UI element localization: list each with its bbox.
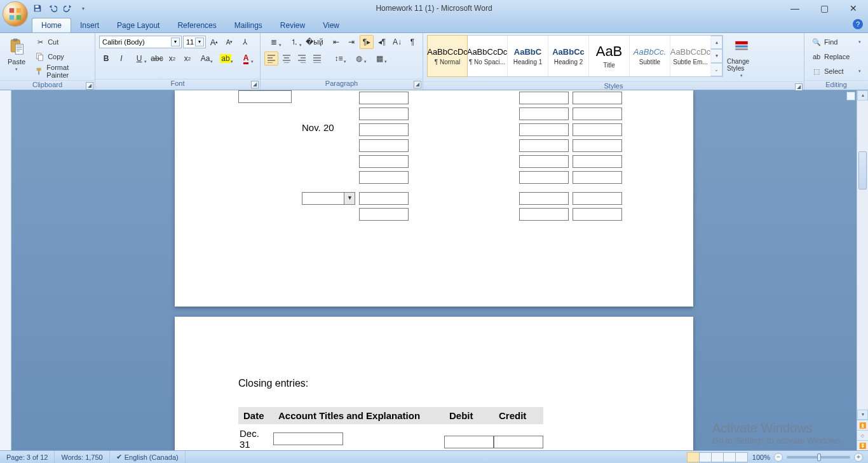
zoom-in-button[interactable]: +: [854, 453, 863, 462]
replace-button[interactable]: abReplace: [808, 50, 864, 64]
table-cell[interactable]: [573, 107, 622, 120]
zoom-slider[interactable]: [787, 456, 850, 459]
table-cell[interactable]: [519, 107, 569, 120]
change-styles-button[interactable]: Change Styles▾: [726, 35, 757, 79]
shading-button[interactable]: ◍: [349, 52, 369, 66]
tab-insert[interactable]: Insert: [71, 18, 108, 32]
style-heading1[interactable]: AaBbCHeading 1: [508, 36, 548, 76]
table-cell[interactable]: [359, 171, 409, 184]
sort-button[interactable]: A↓: [390, 35, 404, 49]
zoom-knob[interactable]: [817, 453, 821, 461]
table-cell[interactable]: [573, 192, 622, 205]
table-cell[interactable]: [359, 208, 409, 221]
redo-icon[interactable]: [64, 4, 72, 13]
align-left-button[interactable]: [264, 52, 278, 66]
select-button[interactable]: ⬚Select▾: [808, 64, 864, 78]
italic-button[interactable]: I: [114, 52, 128, 66]
table-cell[interactable]: [359, 192, 409, 205]
close-button[interactable]: ✕: [839, 0, 868, 17]
table-cell[interactable]: [573, 155, 622, 168]
table-cell[interactable]: [573, 208, 622, 221]
find-button[interactable]: 🔍Find▾: [808, 35, 864, 49]
decrease-indent-button[interactable]: ⇤: [329, 35, 343, 49]
tab-home[interactable]: Home: [32, 18, 71, 32]
scroll-track[interactable]: [857, 100, 868, 410]
browse-object-button[interactable]: ○: [857, 430, 868, 440]
table-cell[interactable]: [359, 155, 409, 168]
font-name-combo[interactable]: Calibri (Body)▾: [99, 36, 182, 48]
table-cell[interactable]: [519, 208, 569, 221]
prev-page-button[interactable]: ⏫: [857, 420, 868, 430]
print-layout-view[interactable]: [687, 452, 700, 462]
document-page-3[interactable]: Nov. 20: [175, 90, 693, 307]
help-icon[interactable]: ?: [853, 19, 863, 29]
table-cell[interactable]: [573, 171, 622, 184]
font-color-button[interactable]: A: [236, 52, 255, 66]
table-cell[interactable]: [519, 192, 569, 205]
clipboard-launcher[interactable]: ◢: [86, 82, 93, 90]
debit-cell[interactable]: [444, 436, 494, 448]
table-cell[interactable]: [359, 92, 409, 104]
scroll-thumb[interactable]: [858, 151, 867, 190]
superscript-button[interactable]: x2: [180, 52, 194, 66]
table-cell[interactable]: [519, 155, 569, 168]
subscript-button[interactable]: x2: [165, 52, 179, 66]
table-cell[interactable]: [519, 171, 569, 184]
status-words[interactable]: Words: 1,750: [55, 451, 109, 463]
line-spacing-button[interactable]: ↕≡: [329, 52, 348, 66]
next-page-button[interactable]: ⏬: [857, 440, 868, 450]
bold-button[interactable]: B: [99, 52, 113, 66]
style-nospacing[interactable]: AaBbCcDc¶ No Spaci...: [467, 36, 508, 76]
draft-view[interactable]: [735, 452, 748, 462]
table-cell[interactable]: [519, 123, 569, 136]
status-page[interactable]: Page: 3 of 12: [0, 451, 55, 463]
font-launcher[interactable]: ◢: [251, 81, 259, 88]
table-cell[interactable]: [359, 123, 409, 136]
maximize-button[interactable]: ▢: [810, 0, 839, 17]
style-heading2[interactable]: AaBbCcHeading 2: [548, 36, 589, 76]
paragraph-launcher[interactable]: ◢: [414, 81, 421, 88]
scroll-up-button[interactable]: ▴: [857, 90, 868, 100]
ltr-button[interactable]: ¶▸: [360, 35, 374, 49]
style-normal[interactable]: AaBbCcDc¶ Normal: [427, 35, 468, 77]
gallery-nav[interactable]: ▴▾⌄: [711, 36, 722, 76]
table-cell[interactable]: [359, 107, 409, 120]
table-cell[interactable]: [573, 123, 622, 136]
style-subtitle[interactable]: AaBbCc.Subtitle: [630, 36, 670, 76]
qat-customize-icon[interactable]: ▾: [79, 4, 88, 13]
office-button[interactable]: [3, 1, 28, 27]
table-cell[interactable]: [573, 92, 622, 104]
shrink-font-button[interactable]: A▾: [222, 35, 236, 49]
web-layout-view[interactable]: [711, 452, 724, 462]
increase-indent-button[interactable]: ⇥: [344, 35, 358, 49]
tab-review[interactable]: Review: [271, 18, 314, 32]
copy-button[interactable]: Copy: [32, 50, 91, 64]
cut-button[interactable]: ✂Cut: [32, 35, 91, 49]
clear-formatting-button[interactable]: ⅄: [238, 35, 252, 49]
underline-button[interactable]: U: [130, 52, 149, 66]
tab-references[interactable]: References: [168, 18, 225, 32]
account-cell[interactable]: [273, 432, 343, 445]
table-cell[interactable]: [359, 139, 409, 152]
grow-font-button[interactable]: A▴: [207, 35, 221, 49]
outline-view[interactable]: [723, 452, 736, 462]
borders-button[interactable]: ▦: [370, 52, 389, 66]
paste-button[interactable]: Paste ▾: [4, 35, 29, 73]
styles-gallery[interactable]: AaBbCcDc¶ Normal AaBbCcDc¶ No Spaci... A…: [427, 35, 723, 77]
rtl-button[interactable]: ◂¶: [375, 35, 389, 49]
numbering-button[interactable]: ⒈: [285, 35, 304, 49]
strikethrough-button[interactable]: abc: [150, 52, 164, 66]
zoom-level[interactable]: 100%: [752, 453, 770, 461]
align-right-button[interactable]: [295, 52, 309, 66]
table-cell[interactable]: [573, 139, 622, 152]
font-size-combo[interactable]: 11▾: [183, 36, 206, 48]
style-title[interactable]: AaBTitle: [589, 36, 630, 76]
change-case-button[interactable]: Aa: [196, 52, 215, 66]
justify-button[interactable]: [310, 52, 324, 66]
minimize-button[interactable]: —: [780, 0, 810, 17]
align-center-button[interactable]: [280, 52, 294, 66]
full-screen-view[interactable]: [699, 452, 712, 462]
multilevel-button[interactable]: �ый: [305, 35, 324, 49]
table-cell[interactable]: [519, 92, 569, 104]
scroll-down-button[interactable]: ▾: [857, 410, 868, 420]
